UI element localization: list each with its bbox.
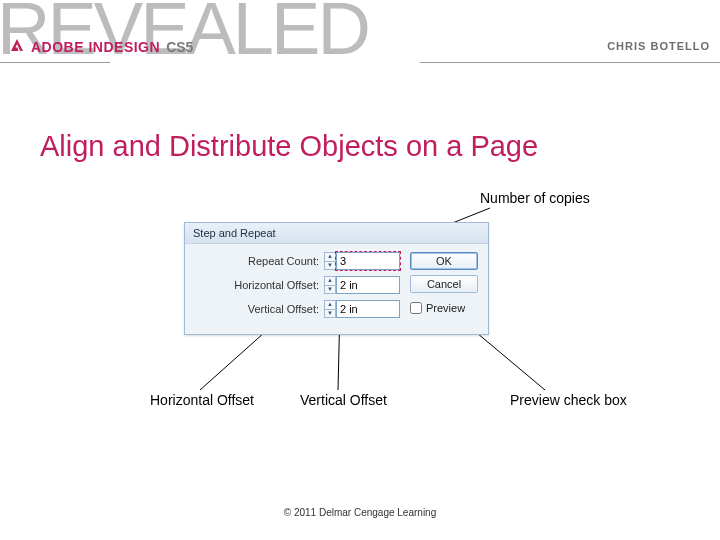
- revealed-watermark: REVEALED: [0, 0, 368, 71]
- slide-banner: REVEALED ADOBE INDESIGN CS5 CHRIS BOTELL…: [0, 0, 720, 60]
- horizontal-offset-label: Horizontal Offset:: [195, 279, 319, 291]
- vertical-offset-label: Vertical Offset:: [195, 303, 319, 315]
- repeat-count-input[interactable]: [336, 252, 400, 270]
- chevron-up-icon[interactable]: ▲: [324, 276, 336, 285]
- vertical-offset-stepper[interactable]: ▲ ▼: [324, 300, 400, 318]
- repeat-count-row: Repeat Count: ▲ ▼: [195, 252, 400, 270]
- copyright-footer: © 2011 Delmar Cengage Learning: [0, 507, 720, 518]
- horizontal-offset-stepper[interactable]: ▲ ▼: [324, 276, 400, 294]
- dialog-button-column: OK Cancel Preview: [410, 252, 478, 324]
- divider-left: [0, 62, 110, 63]
- brand-text: ADOBE INDESIGN: [31, 39, 160, 55]
- horizontal-offset-input[interactable]: [336, 276, 400, 294]
- callout-horizontal-offset: Horizontal Offset: [150, 392, 254, 408]
- preview-row: Preview: [410, 302, 478, 314]
- chevron-down-icon[interactable]: ▼: [324, 285, 336, 295]
- callout-number-of-copies: Number of copies: [480, 190, 590, 206]
- callout-vertical-offset: Vertical Offset: [300, 392, 387, 408]
- chevron-down-icon[interactable]: ▼: [324, 261, 336, 271]
- ok-button[interactable]: OK: [410, 252, 478, 270]
- dialog-form-column: Repeat Count: ▲ ▼ Horizontal Offset: ▲ ▼: [195, 252, 400, 324]
- author-text: CHRIS BOTELLO: [607, 40, 710, 52]
- callout-preview-checkbox: Preview check box: [510, 392, 627, 408]
- dialog-body: Repeat Count: ▲ ▼ Horizontal Offset: ▲ ▼: [185, 244, 488, 334]
- chevron-up-icon[interactable]: ▲: [324, 252, 336, 261]
- version-text: CS5: [166, 39, 193, 55]
- repeat-count-label: Repeat Count:: [195, 255, 319, 267]
- preview-checkbox[interactable]: [410, 302, 422, 314]
- vertical-offset-row: Vertical Offset: ▲ ▼: [195, 300, 400, 318]
- dialog-title: Step and Repeat: [185, 223, 488, 244]
- horizontal-offset-row: Horizontal Offset: ▲ ▼: [195, 276, 400, 294]
- adobe-logo-icon: [10, 38, 24, 52]
- repeat-count-stepper[interactable]: ▲ ▼: [324, 252, 400, 270]
- page-title: Align and Distribute Objects on a Page: [40, 130, 680, 163]
- stepper-arrows[interactable]: ▲ ▼: [324, 276, 336, 294]
- divider-right: [420, 62, 720, 63]
- product-line: ADOBE INDESIGN CS5: [10, 38, 193, 55]
- stepper-arrows[interactable]: ▲ ▼: [324, 300, 336, 318]
- step-and-repeat-dialog: Step and Repeat Repeat Count: ▲ ▼ Horizo…: [184, 222, 489, 335]
- cancel-button[interactable]: Cancel: [410, 275, 478, 293]
- vertical-offset-input[interactable]: [336, 300, 400, 318]
- chevron-down-icon[interactable]: ▼: [324, 309, 336, 319]
- chevron-up-icon[interactable]: ▲: [324, 300, 336, 309]
- stepper-arrows[interactable]: ▲ ▼: [324, 252, 336, 270]
- preview-label: Preview: [426, 302, 465, 314]
